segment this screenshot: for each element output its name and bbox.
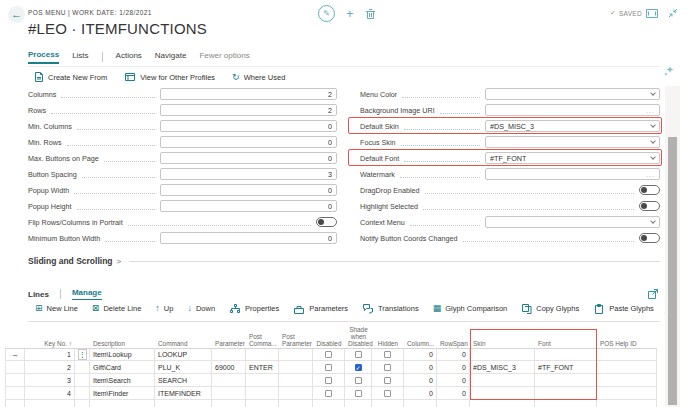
select-field[interactable] [485, 216, 660, 228]
copy-glyphs-button[interactable]: Copy Glyphs [521, 303, 579, 314]
input-field[interactable]: 0 [160, 120, 337, 132]
cell-parameter[interactable]: 69000 [212, 361, 246, 373]
cell-pos_help[interactable] [597, 387, 657, 399]
tab-manage[interactable]: Manage [72, 288, 102, 300]
row-options-dots-icon[interactable]: ⋮ [78, 349, 87, 360]
cell-hidden[interactable] [372, 387, 404, 399]
column-header-parameter[interactable]: Parameter [212, 340, 246, 349]
cell-column[interactable]: 0 [404, 361, 437, 373]
assist-edit-field[interactable]: ... [485, 104, 660, 116]
cell-pos_help[interactable] [597, 349, 657, 360]
table-row[interactable] [5, 400, 657, 407]
toggle-off[interactable] [316, 217, 337, 227]
cell-disabled[interactable] [313, 374, 345, 386]
cell-description[interactable]: Item\Finder [90, 387, 155, 399]
cell-column[interactable]: 0 [404, 349, 437, 360]
cell-hidden[interactable] [372, 349, 404, 360]
column-header-font[interactable]: Font [535, 340, 597, 349]
cell-shade[interactable] [345, 374, 372, 386]
cell-parameter[interactable] [212, 387, 246, 399]
checkbox-unchecked[interactable] [355, 351, 362, 358]
column-header-post_parameter[interactable]: Post Parameter [279, 333, 313, 349]
cell-skin[interactable] [470, 349, 535, 360]
cell-post_parameter[interactable] [279, 374, 313, 386]
checkbox-unchecked[interactable] [325, 377, 332, 384]
cell-description[interactable]: Gift\Card [90, 361, 155, 373]
column-header-hidden[interactable]: Hidden [372, 340, 404, 349]
cell-skin[interactable] [470, 387, 535, 399]
cell-rowspan[interactable]: 0 [437, 361, 470, 373]
paste-glyphs-button[interactable]: Paste Glyphs [593, 303, 654, 314]
cell-shade[interactable]: ✓ [345, 361, 372, 373]
parameters-button[interactable]: Parameters [293, 304, 348, 314]
new-line-button[interactable]: ⊞New Line [35, 304, 78, 313]
cell-key_no[interactable]: 3 [25, 374, 75, 386]
cell-arrow[interactable] [5, 361, 25, 373]
delete-line-button[interactable]: ⊠Delete Line [92, 304, 142, 313]
cell-rowspan[interactable]: 0 [437, 374, 470, 386]
translations-button[interactable]: Translations [362, 303, 419, 314]
collapse-arrows-icon[interactable] [668, 8, 678, 18]
cell-post_comma[interactable] [246, 387, 279, 399]
where-used-button[interactable]: ↻Where Used [232, 73, 285, 82]
table-row[interactable]: →1⋮Item\LookupLOOKUP00 [5, 348, 657, 361]
open-in-new-window-icon[interactable] [648, 289, 658, 299]
cell-key_no[interactable]: 1 [25, 349, 75, 360]
cell-command[interactable]: SEARCH [155, 374, 212, 386]
cell-rowspan[interactable]: 0 [437, 387, 470, 399]
input-field[interactable]: 0 [160, 232, 337, 244]
chevron-down-icon[interactable] [650, 154, 656, 160]
cell-description[interactable]: Item\Search [90, 374, 155, 386]
column-header-key_no[interactable]: Key No. ↑ [25, 340, 75, 349]
cell-shade[interactable] [345, 387, 372, 399]
toggle-off[interactable] [639, 185, 660, 195]
input-field[interactable]: 2 [160, 104, 337, 116]
ellipsis-icon[interactable]: ... [646, 107, 655, 114]
cell-post_comma[interactable] [246, 349, 279, 360]
chevron-down-icon[interactable] [650, 138, 656, 144]
cell-font[interactable]: #TF_FONT [535, 361, 597, 373]
checkbox-unchecked[interactable] [325, 390, 332, 397]
table-row[interactable]: 2Gift\CardPLU_K69000ENTER✓00#DS_MISC_3#T… [5, 361, 657, 374]
cell-font[interactable] [535, 374, 597, 386]
column-header-disabled[interactable]: Disabled [313, 340, 345, 349]
select-field[interactable]: #DS_MISC_3 [485, 120, 660, 132]
tab-process[interactable]: Process [28, 50, 59, 64]
section-sliding-scrolling[interactable]: Sliding and Scrolling > [28, 256, 660, 266]
input-field[interactable]: 0 [160, 152, 337, 164]
select-field[interactable]: #TF_FONT [485, 152, 660, 164]
checkbox-unchecked[interactable] [355, 390, 362, 397]
column-header-pos_help[interactable]: POS Help ID [597, 340, 657, 349]
cell-arrow[interactable] [5, 387, 25, 399]
column-header-column[interactable]: Column... [404, 340, 437, 349]
cell-arrow[interactable] [5, 374, 25, 386]
cell-parameter[interactable] [212, 349, 246, 360]
input-field[interactable]: 0 [160, 136, 337, 148]
checkbox-unchecked[interactable] [384, 377, 391, 384]
cell-command[interactable]: LOOKUP [155, 349, 212, 360]
input-field[interactable]: 0 [160, 200, 337, 212]
chevron-down-icon[interactable] [650, 122, 656, 128]
checkbox-unchecked[interactable] [384, 364, 391, 371]
input-field[interactable]: 0 [160, 184, 337, 196]
glyph-comparison-button[interactable]: ▦Glyph Comparison [433, 304, 508, 313]
cell-font[interactable] [535, 349, 597, 360]
down-button[interactable]: ↓Down [187, 304, 215, 313]
cell-dots[interactable]: ⋮ [75, 349, 90, 360]
sparkle-icon[interactable] [664, 66, 674, 76]
tab-navigate[interactable]: Navigate [155, 51, 187, 63]
checkbox-checked[interactable]: ✓ [355, 364, 362, 371]
cell-post_comma[interactable] [246, 374, 279, 386]
cell-dots[interactable] [75, 361, 90, 373]
properties-button[interactable]: Properties [229, 303, 279, 314]
ellipsis-icon[interactable]: ... [646, 171, 655, 178]
cell-post_comma[interactable]: ENTER [246, 361, 279, 373]
delete-trash-icon[interactable] [365, 8, 376, 20]
back-arrow-icon[interactable]: ← [8, 6, 25, 23]
cell-key_no[interactable]: 2 [25, 361, 75, 373]
view-for-other-profiles-button[interactable]: View for Other Profiles [124, 71, 215, 83]
chevron-down-icon[interactable] [650, 218, 656, 224]
section-title[interactable]: Sliding and Scrolling [28, 256, 113, 266]
checkbox-unchecked[interactable] [384, 351, 391, 358]
cell-parameter[interactable] [212, 374, 246, 386]
